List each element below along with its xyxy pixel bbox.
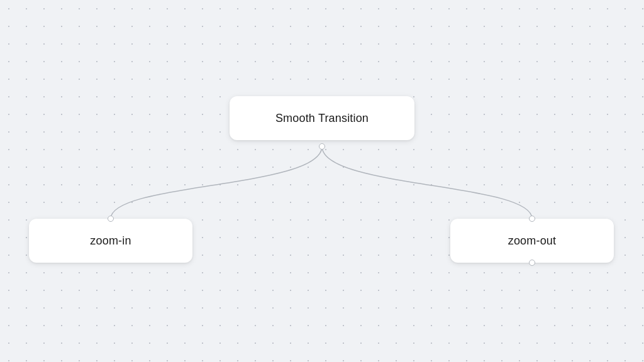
- root-node[interactable]: Smooth Transition: [230, 96, 414, 140]
- connection-lines: [0, 0, 644, 362]
- zoom-out-node[interactable]: zoom-out: [450, 219, 614, 263]
- zoom-in-top-connector: [108, 216, 114, 222]
- zoom-out-top-connector: [529, 216, 535, 222]
- zoom-in-node-label: zoom-in: [90, 234, 131, 248]
- zoom-out-bottom-connector: [529, 260, 535, 266]
- diagram-canvas: Smooth Transition zoom-in zoom-out: [0, 0, 644, 362]
- zoom-in-node[interactable]: zoom-in: [29, 219, 192, 263]
- root-node-label: Smooth Transition: [275, 112, 369, 125]
- root-bottom-connector: [319, 143, 325, 150]
- zoom-out-node-label: zoom-out: [508, 234, 556, 248]
